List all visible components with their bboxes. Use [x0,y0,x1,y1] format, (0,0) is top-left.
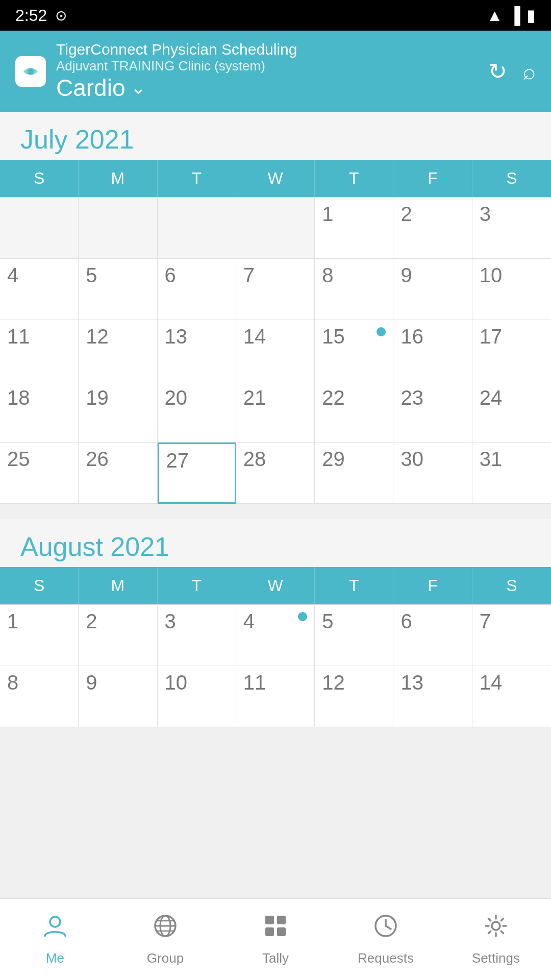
july-grid: 1 2 3 4 5 6 7 8 9 10 11 12 13 14 15 16 1… [0,197,551,504]
department-title[interactable]: Cardio ⌄ [56,74,297,102]
august-grid: 1 2 3 4 5 6 7 8 9 10 11 12 13 14 [0,604,551,727]
header-icons: ↻ ⌕ [488,58,536,84]
status-time: 2:52 [15,6,47,25]
aug-day-6[interactable]: 6 [393,605,472,666]
july-day-9[interactable]: 9 [393,259,472,320]
header-left: TigerConnect Physician Scheduling Adjuva… [15,41,297,102]
july-day-7[interactable]: 7 [236,259,315,320]
globe-icon [152,913,179,945]
svg-line-14 [386,926,391,929]
aug-day-4[interactable]: 4 [236,605,315,666]
july-day-14[interactable]: 14 [236,320,315,381]
clock-icon [372,913,399,945]
july-day-28[interactable]: 28 [236,443,315,504]
july-day-19[interactable]: 19 [79,381,157,443]
aug-weekday-sat: S [472,567,551,604]
aug-weekday-mon: M [79,567,157,604]
department-name: Cardio [56,74,126,102]
august-weekday-header: S M T W T F S [0,567,551,604]
aug-day-1[interactable]: 1 [0,605,79,666]
july-day-22[interactable]: 22 [315,381,393,443]
clinic-name: Adjuvant TRAINING Clinic (system) [56,58,297,74]
july-day-26[interactable]: 26 [79,443,157,504]
svg-point-1 [28,68,34,75]
july-day-1[interactable]: 1 [315,198,393,259]
status-bar: 2:52 ⊙ ▲ ▐ ▮ [0,0,551,31]
svg-rect-9 [277,916,286,924]
july-day-10[interactable]: 10 [472,259,551,320]
weekday-sat: S [472,160,551,197]
july-day-11[interactable]: 11 [0,320,79,381]
aug-day-3[interactable]: 3 [158,605,236,666]
aug-day-11[interactable]: 11 [236,666,315,727]
july-weekday-header: S M T W T F S [0,160,551,197]
july-day-24[interactable]: 24 [472,381,551,443]
refresh-icon[interactable]: ↻ [488,58,507,84]
july-day-30[interactable]: 30 [393,443,472,504]
nav-label-group: Group [147,950,184,966]
aug-day-7[interactable]: 7 [472,605,551,666]
nav-item-tally[interactable]: Tally [220,899,331,980]
aug-day-12[interactable]: 12 [315,666,393,727]
july-day-13[interactable]: 13 [158,320,236,381]
aug-weekday-thu: T [315,567,393,604]
person-icon [42,913,68,945]
app-header: TigerConnect Physician Scheduling Adjuva… [0,31,551,112]
header-text: TigerConnect Physician Scheduling Adjuva… [56,41,297,102]
nav-item-requests[interactable]: Requests [331,899,441,980]
july-day-4[interactable]: 4 [0,259,79,320]
july-day-31[interactable]: 31 [472,443,551,504]
july-day-17[interactable]: 17 [472,320,551,381]
search-icon[interactable]: ⌕ [522,59,536,84]
july-day-6[interactable]: 6 [158,259,236,320]
aug-day-2[interactable]: 2 [79,605,157,666]
july-day-23[interactable]: 23 [393,381,472,443]
aug-dot-4 [298,612,307,621]
july-day-29[interactable]: 29 [315,443,393,504]
aug-day-8[interactable]: 8 [0,666,79,727]
july-day-20[interactable]: 20 [158,381,236,443]
signal-icon: ▐ [509,6,520,25]
svg-point-15 [492,922,500,930]
weekday-fri: F [393,160,472,197]
august-calendar: S M T W T F S 1 2 3 4 5 6 7 8 9 10 11 12… [0,567,551,727]
weekday-mon: M [79,160,157,197]
nav-item-me[interactable]: Me [0,899,110,980]
july-day-2[interactable]: 2 [393,198,472,259]
bottom-nav: Me Group Tally [0,898,551,980]
chevron-down-icon: ⌄ [131,77,146,99]
weekday-wed: W [236,160,315,197]
aug-day-14[interactable]: 14 [472,666,551,727]
august-month-header: August 2021 [0,519,551,567]
nav-label-tally: Tally [262,950,289,966]
aug-weekday-sun: S [0,567,79,604]
aug-day-13[interactable]: 13 [393,666,472,727]
july-day-5[interactable]: 5 [79,259,157,320]
aug-day-5[interactable]: 5 [315,605,393,666]
section-separator [0,504,551,519]
july-day-18[interactable]: 18 [0,381,79,443]
aug-weekday-wed: W [236,567,315,604]
july-day-16[interactable]: 16 [393,320,472,381]
svg-point-2 [50,917,60,927]
weekday-sun: S [0,160,79,197]
aug-day-9[interactable]: 9 [79,666,157,727]
svg-rect-11 [277,927,286,936]
july-day-25[interactable]: 25 [0,443,79,504]
status-icon-notification: ⊙ [55,7,67,24]
july-day-27[interactable]: 27 [158,443,236,504]
svg-rect-8 [265,916,274,924]
nav-item-settings[interactable]: Settings [441,899,551,980]
tally-icon [262,913,289,945]
wifi-icon: ▲ [487,6,503,25]
july-day-12[interactable]: 12 [79,320,157,381]
july-day-3[interactable]: 3 [472,198,551,259]
aug-weekday-fri: F [393,567,472,604]
july-day-15[interactable]: 15 [315,320,393,381]
aug-weekday-tue: T [158,567,236,604]
nav-item-group[interactable]: Group [110,899,220,980]
july-day-21[interactable]: 21 [236,381,315,443]
aug-day-10[interactable]: 10 [158,666,236,727]
july-calendar: S M T W T F S 1 2 3 4 5 6 7 8 9 10 11 12… [0,160,551,504]
july-day-8[interactable]: 8 [315,259,393,320]
